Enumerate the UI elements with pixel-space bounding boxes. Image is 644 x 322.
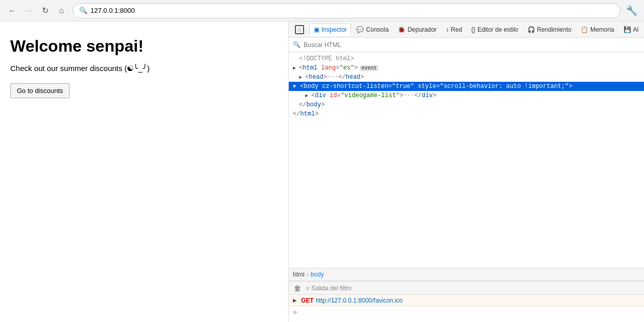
console-icon: 💬	[356, 26, 364, 33]
tree-body-close[interactable]: </body>	[289, 100, 644, 109]
expand-doctype	[293, 56, 299, 62]
inspector-search-bar: 🔍	[289, 38, 644, 52]
address-bar: 🔍	[73, 3, 620, 18]
inspector-icon: ▣	[314, 26, 319, 33]
main-area: Welcome senpai! Check out our summer dis…	[0, 21, 644, 322]
forward-button[interactable]: →	[21, 4, 36, 18]
tree-head[interactable]: ▶ <head> ··· </head>	[289, 73, 644, 82]
filter-icon: ▿	[306, 285, 309, 292]
html-search-input[interactable]	[304, 41, 640, 49]
breadcrumb-bar: html › body	[289, 268, 644, 281]
tab-debugger-label: Depurador	[407, 26, 436, 33]
page-subtitle: Check out our summer discounts (☯╰_╯)	[10, 64, 278, 73]
expand-body: ▼	[293, 84, 299, 89]
tab-memory[interactable]: 📋 Memoria	[577, 24, 618, 35]
network-icon: ↕	[446, 26, 449, 33]
filter-label: ▿ Salida del filtro	[306, 285, 352, 292]
tree-doctype[interactable]: <!DOCTYPE html>	[289, 54, 644, 63]
nav-buttons: ← → ↻ ⌂	[5, 4, 68, 18]
browser-toolbar: ← → ↻ ⌂ 🔍 🔧	[0, 0, 644, 21]
filter-bar: 🗑 ▿ Salida del filtro	[289, 282, 644, 295]
tree-body[interactable]: ▼ <body cz-shortcut-listen="true" style=…	[289, 82, 644, 91]
page-content: Welcome senpai! Check out our summer dis…	[0, 21, 289, 322]
console-area: 🗑 ▿ Salida del filtro ▶ GET http://127.0…	[289, 281, 644, 322]
breadcrumb-body[interactable]: body	[311, 271, 324, 278]
expand-div: ▶	[305, 93, 311, 99]
search-icon: 🔍	[293, 41, 301, 49]
performance-icon: 🎧	[527, 26, 535, 33]
tab-storage-label: Al	[633, 26, 639, 33]
tree-html-close[interactable]: </html>	[289, 109, 644, 119]
storage-icon: 💾	[624, 26, 631, 33]
reload-button[interactable]: ↻	[38, 4, 52, 18]
screenshot-icon: □	[295, 25, 304, 34]
log-arrows-icon: »	[293, 308, 297, 316]
expand-head: ▶	[299, 74, 305, 80]
tab-inspector[interactable]: ▣ Inspector	[309, 24, 351, 36]
tab-storage[interactable]: 💾 Al	[619, 24, 643, 35]
go-to-discounts-button[interactable]: Go to discounts	[10, 83, 70, 98]
log-method: GET	[301, 297, 314, 304]
event-badge: event	[360, 65, 378, 71]
style-editor-icon: {}	[471, 26, 475, 33]
back-button[interactable]: ←	[5, 4, 19, 18]
expand-log: ▶	[293, 297, 299, 303]
tab-inspector-label: Inspector	[321, 26, 347, 33]
devtools-toolbar: □ ▣ Inspector 💬 Consola 🐞 Depurador ↕ Re…	[289, 21, 644, 38]
tab-performance-label: Rendimiento	[537, 26, 571, 33]
url-input[interactable]	[90, 7, 614, 14]
tab-console-label: Consola	[366, 26, 388, 33]
tab-screenshot[interactable]: □	[291, 23, 308, 36]
devtools-panel: □ ▣ Inspector 💬 Consola 🐞 Depurador ↕ Re…	[289, 21, 644, 322]
tab-console[interactable]: 💬 Consola	[352, 24, 393, 35]
log-entry-empty: »	[289, 306, 644, 317]
debugger-icon: 🐞	[398, 26, 405, 33]
breadcrumb-html[interactable]: html	[293, 271, 305, 278]
tree-div-videogame[interactable]: ▶ <div id="videogame-list" > ··· </div>	[289, 91, 644, 100]
log-entry-favicon[interactable]: ▶ GET http://127.0.0.1:8000/favicon.ico	[289, 295, 644, 306]
tab-network[interactable]: ↕ Red	[442, 24, 466, 35]
tab-style-editor[interactable]: {} Editor de estilo	[467, 24, 522, 35]
clear-filter-button[interactable]: 🗑	[293, 283, 302, 293]
page-title: Welcome senpai!	[10, 37, 278, 56]
expand-html: ▶	[293, 65, 299, 71]
search-icon: 🔍	[79, 7, 87, 14]
tab-debugger[interactable]: 🐞 Depurador	[394, 24, 441, 35]
breadcrumb-separator: ›	[307, 271, 309, 278]
tab-network-label: Red	[451, 26, 462, 33]
memory-icon: 📋	[581, 26, 588, 33]
tab-style-editor-label: Editor de estilo	[477, 26, 518, 33]
log-url[interactable]: http://127.0.0.1:8000/favicon.ico	[316, 297, 403, 304]
tab-memory-label: Memoria	[590, 26, 614, 33]
home-button[interactable]: ⌂	[54, 4, 68, 18]
html-tree: <!DOCTYPE html> ▶ <html lang="es" > even…	[289, 52, 644, 268]
tree-html[interactable]: ▶ <html lang="es" > event	[289, 63, 644, 73]
tab-performance[interactable]: 🎧 Rendimiento	[523, 24, 576, 35]
settings-button[interactable]: 🔧	[625, 4, 639, 18]
filter-text-label: Salida del filtro	[311, 285, 352, 292]
